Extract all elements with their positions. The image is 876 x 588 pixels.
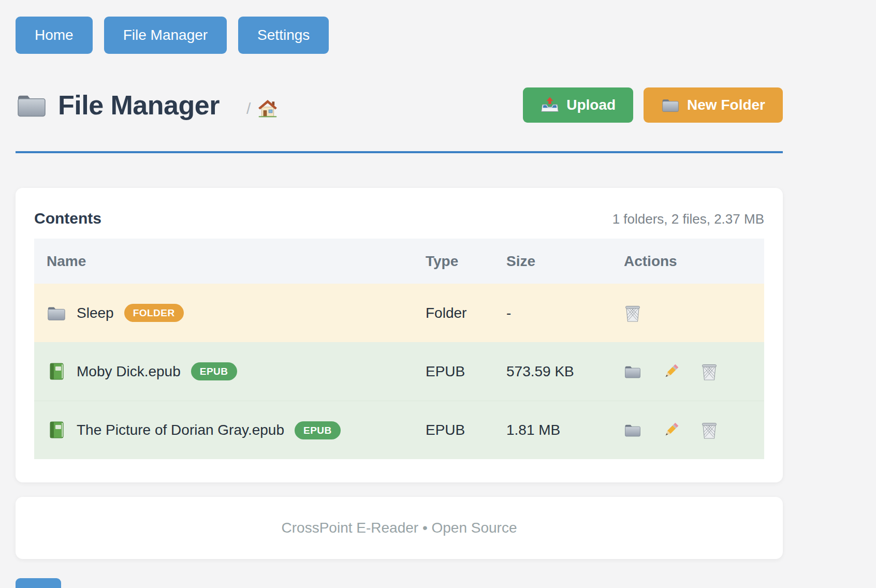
file-type: EPUB	[426, 363, 506, 380]
move-folder-icon[interactable]	[624, 421, 641, 439]
new-folder-button-label: New Folder	[687, 97, 765, 113]
nav-button-partial[interactable]	[16, 578, 61, 588]
footer-card: CrossPoint E-Reader • Open Source	[16, 497, 783, 559]
file-size: 1.81 MB	[506, 422, 618, 438]
title-group: File Manager /	[16, 90, 278, 121]
table-row[interactable]: Sleep FOLDER Folder -	[34, 284, 764, 342]
book-icon	[47, 362, 66, 381]
upload-button-label: Upload	[566, 97, 616, 113]
nav-button-file-manager[interactable]: File Manager	[104, 17, 227, 54]
column-header-size: Size	[506, 253, 618, 270]
table-row[interactable]: Moby Dick.epub EPUB EPUB 573.59 KB	[34, 342, 764, 401]
nav-button-home[interactable]: Home	[16, 17, 93, 54]
nav-button-settings[interactable]: Settings	[238, 17, 329, 54]
move-folder-icon[interactable]	[624, 362, 641, 381]
column-header-name: Name	[34, 253, 426, 270]
footer-text: CrossPoint E-Reader • Open Source	[282, 520, 517, 536]
rename-pencil-icon[interactable]	[662, 362, 680, 381]
folder-icon	[16, 92, 48, 119]
contents-card: Contents 1 folders, 2 files, 2.37 MB Nam…	[16, 188, 783, 482]
file-name[interactable]: Sleep	[77, 305, 114, 321]
file-type: EPUB	[426, 422, 506, 438]
file-size: -	[506, 305, 618, 321]
house-icon[interactable]	[258, 99, 278, 118]
top-nav: Home File Manager Settings	[16, 17, 329, 54]
epub-badge: EPUB	[295, 421, 341, 439]
file-size: 573.59 KB	[506, 363, 618, 380]
folder-badge: FOLDER	[124, 304, 184, 322]
column-header-type: Type	[426, 253, 506, 270]
breadcrumb: /	[246, 99, 278, 118]
file-type: Folder	[426, 305, 506, 321]
table-header-row: Name Type Size Actions	[34, 239, 764, 284]
row-actions	[618, 304, 764, 322]
page-title: File Manager	[58, 90, 220, 121]
upload-button[interactable]: Upload	[523, 87, 633, 123]
delete-trash-icon[interactable]	[624, 304, 641, 322]
contents-heading: Contents	[34, 210, 101, 227]
new-folder-button[interactable]: New Folder	[644, 87, 783, 123]
contents-card-head: Contents 1 folders, 2 files, 2.37 MB	[34, 210, 764, 227]
header-divider	[16, 151, 783, 153]
breadcrumb-separator: /	[246, 100, 251, 117]
file-name[interactable]: The Picture of Dorian Gray.epub	[77, 422, 284, 438]
book-icon	[47, 421, 66, 439]
contents-summary: 1 folders, 2 files, 2.37 MB	[612, 211, 764, 227]
file-name[interactable]: Moby Dick.epub	[77, 363, 181, 380]
folder-icon	[661, 97, 680, 113]
upload-tray-icon	[541, 97, 559, 113]
rename-pencil-icon[interactable]	[662, 421, 680, 439]
delete-trash-icon[interactable]	[700, 421, 718, 439]
table-row[interactable]: The Picture of Dorian Gray.epub EPUB EPU…	[34, 401, 764, 459]
file-table: Name Type Size Actions Sleep FOLDER Fold…	[34, 239, 764, 459]
page-header: File Manager / Upload New Folder	[16, 84, 783, 126]
folder-icon	[47, 304, 66, 322]
delete-trash-icon[interactable]	[700, 362, 718, 381]
epub-badge: EPUB	[191, 362, 237, 380]
column-header-actions: Actions	[618, 253, 764, 270]
header-actions: Upload New Folder	[523, 87, 783, 123]
row-actions	[618, 421, 764, 439]
row-actions	[618, 362, 764, 381]
